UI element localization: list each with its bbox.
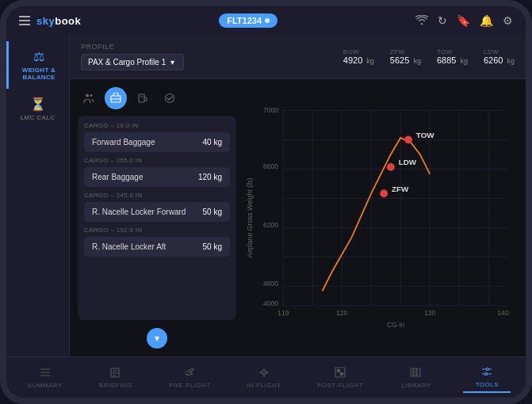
cargo-row-1[interactable]: Forward Baggage 40 kg — [84, 132, 230, 152]
sidebar-label-wb: WEIGHT &BALANCE — [22, 67, 55, 81]
svg-text:130: 130 — [424, 309, 436, 317]
bow-label: BOW — [343, 48, 360, 55]
cargo-label-1: CARGO – 19.0 in — [84, 122, 230, 129]
nav-summary[interactable]: SUMMARY — [21, 364, 69, 392]
svg-rect-4 — [139, 94, 144, 102]
refresh-icon[interactable]: ↻ — [438, 14, 447, 27]
tab-check[interactable] — [159, 87, 181, 109]
bottom-nav: SUMMARY BRIEFING PRE-FLIGHT — [6, 356, 526, 398]
cargo-section-2: CARGO – 255.0 in Rear Baggage 120 kg — [84, 157, 230, 187]
tab-pax[interactable] — [78, 87, 100, 109]
expand-button[interactable]: ▾ — [147, 328, 167, 349]
nav-pre-flight[interactable]: PRE-FLIGHT — [163, 364, 217, 392]
zfw-value: 5625 kg — [390, 55, 421, 65]
settings-icon[interactable]: ⚙ — [503, 14, 513, 27]
pre-flight-icon — [183, 367, 196, 380]
cargo-label-4: CARGO – 192.0 in — [84, 227, 230, 234]
nav-summary-label: SUMMARY — [28, 382, 63, 389]
svg-rect-56 — [337, 369, 340, 372]
zfw-label: ZFW — [390, 48, 405, 55]
weight-stats: BOW 4920 kg ZFW 5625 kg TOW 6885 kg LDW … — [200, 48, 515, 65]
svg-text:119: 119 — [277, 309, 289, 317]
nav-in-flight[interactable]: IN-FLIGHT — [240, 364, 288, 392]
calc-icon: ⏳ — [30, 97, 46, 112]
top-bar-right: ↻ 🔖 🔔 ⚙ — [415, 14, 513, 27]
bell-icon[interactable]: 🔔 — [480, 14, 493, 27]
wifi-icon — [415, 14, 428, 27]
nav-briefing[interactable]: BRIEFING — [92, 364, 140, 392]
top-bar: skybook FLT1234 ↻ 🔖 🔔 ⚙ — [6, 6, 526, 35]
menu-icon[interactable] — [19, 16, 30, 25]
profile-select[interactable]: PAX & Cargo Profile 1 ▾ — [81, 54, 184, 71]
svg-text:6600: 6600 — [263, 162, 278, 170]
svg-text:Airplane Gross Weight (lb): Airplane Gross Weight (lb) — [246, 177, 254, 257]
cargo-weight-2: 120 kg — [198, 173, 222, 181]
svg-point-37 — [387, 163, 395, 171]
cargo-name-2: Rear Baggage — [92, 173, 144, 181]
nav-briefing-label: BRIEFING — [99, 382, 132, 389]
svg-text:7000: 7000 — [263, 106, 278, 114]
tab-icons — [78, 87, 236, 109]
ldw-label: LDW — [484, 48, 499, 55]
tow-label: TOW — [437, 48, 453, 55]
tab-fuel[interactable] — [132, 87, 154, 109]
svg-text:140: 140 — [497, 309, 509, 317]
svg-point-63 — [487, 368, 489, 370]
nav-tools-label: TOOLS — [476, 381, 499, 388]
nav-library[interactable]: LIBRARY — [392, 364, 440, 392]
nav-in-flight-label: IN-FLIGHT — [247, 382, 281, 389]
status-dot — [265, 18, 270, 23]
nav-post-flight[interactable]: POST-FLIGHT — [311, 364, 369, 392]
flight-id: FLT1234 — [227, 16, 262, 25]
flight-badge[interactable]: FLT1234 — [219, 13, 277, 28]
nav-tools[interactable]: TOOLS — [463, 363, 511, 393]
tab-cargo[interactable] — [105, 87, 127, 109]
in-flight-icon — [258, 367, 270, 380]
briefing-icon — [110, 367, 121, 380]
sidebar-label-lmc: LMC CALC — [20, 114, 55, 121]
cg-chart: Airplane Gross Weight (lb) 119 120 130 1… — [244, 87, 518, 349]
cargo-name-4: R. Nacelle Locker Aft — [92, 242, 166, 251]
profile-value: PAX & Cargo Profile 1 — [88, 58, 166, 67]
sidebar-item-weight-balance[interactable]: ⚖ WEIGHT &BALANCE — [6, 41, 69, 89]
svg-point-35 — [404, 136, 412, 144]
svg-text:ZFW: ZFW — [392, 185, 409, 193]
main-content: ⚖ WEIGHT &BALANCE ⏳ LMC CALC Profile PAX… — [6, 35, 526, 356]
top-bar-left: skybook — [19, 15, 81, 27]
svg-text:CG in: CG in — [387, 321, 404, 329]
summary-icon — [39, 367, 52, 380]
cargo-section-3: CARGO – 145.0 in R. Nacelle Locker Forwa… — [84, 192, 230, 222]
sidebar: ⚖ WEIGHT &BALANCE ⏳ LMC CALC — [6, 35, 70, 356]
svg-point-6 — [166, 94, 174, 103]
cargo-name-1: Forward Baggage — [92, 138, 155, 147]
svg-rect-57 — [340, 372, 343, 375]
post-flight-icon — [335, 367, 346, 380]
zfw-stat: ZFW 5625 kg — [390, 48, 421, 65]
cargo-row-4[interactable]: R. Nacelle Locker Aft 50 kg — [84, 237, 230, 257]
tow-value: 6885 kg — [437, 55, 468, 65]
svg-text:TOW: TOW — [416, 131, 434, 139]
svg-text:4000: 4000 — [263, 299, 278, 307]
profile-section: Profile PAX & Cargo Profile 1 ▾ — [81, 43, 184, 71]
bookmark-icon[interactable]: 🔖 — [457, 14, 470, 27]
expand-button-area: ▾ — [78, 328, 236, 349]
cargo-row-2[interactable]: Rear Baggage 120 kg — [84, 167, 230, 187]
left-panel: CARGO – 19.0 in Forward Baggage 40 kg CA… — [78, 87, 236, 349]
cargo-section-4: CARGO – 192.0 in R. Nacelle Locker Aft 5… — [84, 227, 230, 257]
cargo-name-3: R. Nacelle Locker Forward — [92, 208, 186, 216]
tools-icon — [480, 366, 493, 379]
svg-text:6200: 6200 — [263, 221, 278, 229]
scale-icon: ⚖ — [33, 49, 44, 64]
cargo-section-1: CARGO – 19.0 in Forward Baggage 40 kg — [84, 122, 230, 152]
profile-label: Profile — [81, 43, 184, 51]
svg-rect-59 — [414, 368, 416, 376]
svg-point-50 — [262, 370, 266, 374]
cargo-row-3[interactable]: R. Nacelle Locker Forward 50 kg — [84, 202, 230, 222]
chevron-down-icon: ▾ — [170, 58, 174, 67]
weight-header: Profile PAX & Cargo Profile 1 ▾ BOW 4920… — [70, 35, 526, 79]
cargo-weight-4: 50 kg — [203, 242, 222, 251]
cargo-weight-1: 40 kg — [203, 138, 222, 147]
svg-point-0 — [86, 94, 89, 97]
cargo-container: CARGO – 19.0 in Forward Baggage 40 kg CA… — [78, 116, 236, 320]
sidebar-item-lmc-calc[interactable]: ⏳ LMC CALC — [6, 89, 69, 129]
